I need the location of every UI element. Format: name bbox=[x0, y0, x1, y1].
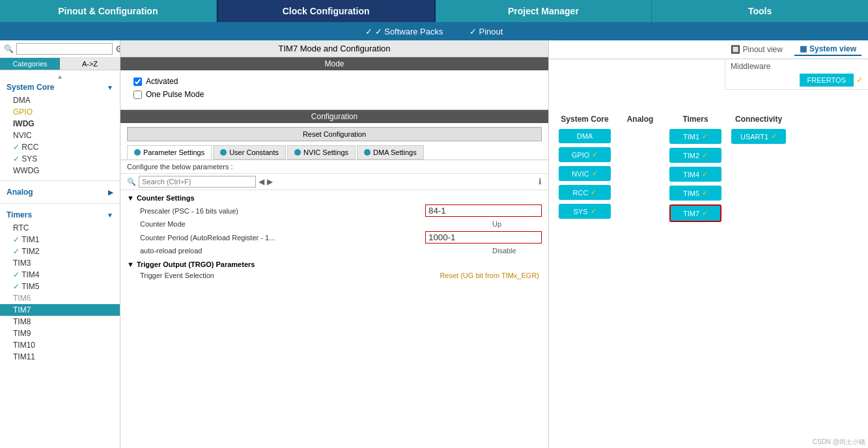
trigger-settings-header[interactable]: ▼ Trigger Output (TRGO) Parameters bbox=[120, 259, 548, 270]
btn-tim1[interactable]: TIM1 ✓ bbox=[669, 129, 721, 144]
counter-settings-header[interactable]: ▼ Counter Settings bbox=[120, 193, 548, 203]
timers-header[interactable]: Timers ▼ bbox=[0, 208, 120, 222]
timers-items: TIM1 ✓ TIM2 ✓ TIM4 ✓ TIM5 ✓ TIM7 ✓ bbox=[669, 129, 721, 222]
sidebar-item-tim2[interactable]: ✓ TIM2 bbox=[0, 245, 120, 257]
user-tab-dot bbox=[220, 149, 227, 156]
configure-label: Configure the below parameters : bbox=[120, 160, 548, 174]
info-icon: ℹ bbox=[539, 177, 542, 186]
btn-tim4[interactable]: TIM4 ✓ bbox=[669, 167, 721, 182]
activated-checkbox[interactable] bbox=[133, 77, 142, 86]
chevron-down-icon: ✓ bbox=[365, 27, 372, 36]
tab-system-view[interactable]: ▦ System view bbox=[794, 43, 861, 56]
system-core-header[interactable]: System Core ▼ bbox=[0, 80, 120, 94]
activated-row: Activated bbox=[133, 77, 535, 86]
analog-header[interactable]: Analog ▶ bbox=[0, 185, 120, 199]
freertos-button[interactable]: FREERTOS bbox=[800, 74, 854, 87]
connectivity-items: USART1 ✓ bbox=[731, 129, 786, 144]
sidebar-item-tim10[interactable]: TIM10 bbox=[0, 339, 120, 351]
one-pulse-checkbox[interactable] bbox=[133, 91, 142, 99]
btn-rcc[interactable]: RCC ✓ bbox=[559, 185, 611, 200]
params-content: ▼ Counter Settings Prescaler (PSC - 16 b… bbox=[120, 190, 548, 448]
btn-tim5[interactable]: TIM5 ✓ bbox=[669, 186, 721, 201]
system-view-icon: ▦ bbox=[800, 44, 807, 53]
btn-gpio[interactable]: GPIO ✓ bbox=[559, 147, 611, 162]
param-counter-mode: Counter Mode Up bbox=[120, 218, 548, 230]
btn-tim2[interactable]: TIM2 ✓ bbox=[669, 148, 721, 163]
middleware-section: Middleware FREERTOS ✓ bbox=[725, 59, 868, 90]
pinout-view-label: Pinout view bbox=[743, 45, 783, 54]
sidebar-item-nvic[interactable]: NVIC bbox=[0, 130, 120, 141]
analog-arrow: ▶ bbox=[108, 189, 113, 196]
sidebar-item-rtc[interactable]: RTC bbox=[0, 222, 120, 234]
sidebar-item-tim6[interactable]: TIM6 bbox=[0, 292, 120, 304]
timers-col-header: Timers bbox=[669, 115, 721, 124]
tab-az[interactable]: A->Z bbox=[60, 58, 120, 70]
counter-period-value[interactable] bbox=[425, 231, 542, 244]
sidebar-item-tim3[interactable]: TIM3 bbox=[0, 257, 120, 269]
counter-period-name: Counter Period (AutoReload Register - 1.… bbox=[140, 234, 425, 242]
search-input[interactable] bbox=[16, 43, 113, 55]
param-autoreload: auto-reload preload Disable bbox=[120, 245, 548, 257]
sidebar-item-wwdg[interactable]: WWDG bbox=[0, 165, 120, 176]
counter-label: Counter Settings bbox=[137, 194, 195, 202]
sidebar-item-tim5[interactable]: ✓ TIM5 bbox=[0, 281, 120, 292]
sidebar-item-iwdg[interactable]: IWDG bbox=[0, 118, 120, 130]
nav-clock[interactable]: Clock Configuration bbox=[217, 0, 436, 22]
sidebar-item-tim8[interactable]: TIM8 bbox=[0, 316, 120, 328]
gear-icon[interactable]: ⚙ bbox=[115, 44, 120, 54]
component-columns: System Core DMA GPIO ✓ NVIC ✓ RCC ✓ SYS … bbox=[555, 111, 861, 225]
param-search-input[interactable] bbox=[139, 176, 256, 188]
component-grid: System Core DMA GPIO ✓ NVIC ✓ RCC ✓ SYS … bbox=[549, 105, 868, 435]
tab-categories[interactable]: Categories bbox=[0, 58, 60, 70]
system-core-arrow: ▼ bbox=[107, 84, 113, 91]
dma-tab-label: DMA Settings bbox=[373, 148, 417, 156]
freertos-check-icon: ✓ bbox=[856, 76, 863, 85]
param-search-row: 🔍 ◀ ▶ ℹ bbox=[120, 174, 548, 190]
sidebar-item-dma[interactable]: DMA bbox=[0, 94, 120, 106]
tab-user-constants[interactable]: User Constants bbox=[213, 145, 286, 160]
sidebar-item-gpio[interactable]: GPIO bbox=[0, 106, 120, 118]
divider-1 bbox=[0, 180, 120, 181]
param-search-icon: 🔍 bbox=[127, 178, 136, 186]
btn-nvic[interactable]: NVIC ✓ bbox=[559, 166, 611, 181]
tab-parameter-settings[interactable]: Parameter Settings bbox=[127, 145, 212, 160]
btn-tim7[interactable]: TIM7 ✓ bbox=[669, 204, 721, 222]
column-connectivity: Connectivity USART1 ✓ bbox=[731, 115, 786, 222]
tab-dma-settings[interactable]: DMA Settings bbox=[357, 145, 424, 160]
scroll-up-indicator: ▲ bbox=[0, 73, 120, 80]
param-next-button[interactable]: ▶ bbox=[267, 177, 273, 186]
sidebar: 🔍 ⚙ Categories A->Z ▲ System Core ▼ DMA … bbox=[0, 40, 120, 448]
trigger-event-value: Reset (UG bit from TIMx_EGR) bbox=[437, 271, 542, 280]
sidebar-item-tim9[interactable]: TIM9 bbox=[0, 328, 120, 339]
timers-arrow: ▼ bbox=[107, 212, 113, 219]
timers-label: Timers bbox=[7, 210, 32, 219]
sidebar-item-tim7[interactable]: TIM7 bbox=[0, 304, 120, 316]
btn-dma[interactable]: DMA bbox=[559, 129, 611, 143]
btn-usart1[interactable]: USART1 ✓ bbox=[731, 129, 786, 144]
analog-label: Analog bbox=[7, 188, 33, 197]
software-packs-link[interactable]: ✓ ✓ Software Packs bbox=[365, 27, 443, 36]
top-nav: Pinout & Configuration Clock Configurati… bbox=[0, 0, 868, 22]
nvic-tab-dot bbox=[294, 149, 301, 156]
search-bar: 🔍 ⚙ bbox=[0, 40, 120, 58]
pinout-link[interactable]: ✓ Pinout bbox=[469, 27, 503, 36]
nav-project[interactable]: Project Manager bbox=[436, 0, 652, 22]
btn-sys[interactable]: SYS ✓ bbox=[559, 204, 611, 219]
pinout-view-icon: 🔲 bbox=[731, 45, 740, 54]
tab-pinout-view[interactable]: 🔲 Pinout view bbox=[725, 44, 788, 55]
sidebar-item-tim1[interactable]: ✓ TIM1 bbox=[0, 234, 120, 245]
system-core-items: DMA GPIO ✓ NVIC ✓ RCC ✓ SYS ✓ bbox=[559, 129, 611, 219]
reset-config-button[interactable]: Reset Configuration bbox=[127, 127, 542, 141]
sidebar-item-rcc[interactable]: ✓ RCC bbox=[0, 141, 120, 153]
sidebar-item-tim4[interactable]: ✓ TIM4 bbox=[0, 269, 120, 281]
nav-tools[interactable]: Tools bbox=[652, 0, 868, 22]
nav-pinout[interactable]: Pinout & Configuration bbox=[0, 0, 217, 22]
autoreload-value: Disable bbox=[490, 246, 542, 255]
category-tabs: Categories A->Z bbox=[0, 58, 120, 70]
prescaler-value[interactable] bbox=[425, 204, 542, 217]
sidebar-item-sys[interactable]: ✓ SYS bbox=[0, 153, 120, 165]
sidebar-item-tim11[interactable]: TIM11 bbox=[0, 351, 120, 363]
param-prev-button[interactable]: ◀ bbox=[259, 177, 264, 186]
one-pulse-row: One Pulse Mode bbox=[133, 90, 535, 99]
tab-nvic-settings[interactable]: NVIC Settings bbox=[287, 145, 356, 160]
